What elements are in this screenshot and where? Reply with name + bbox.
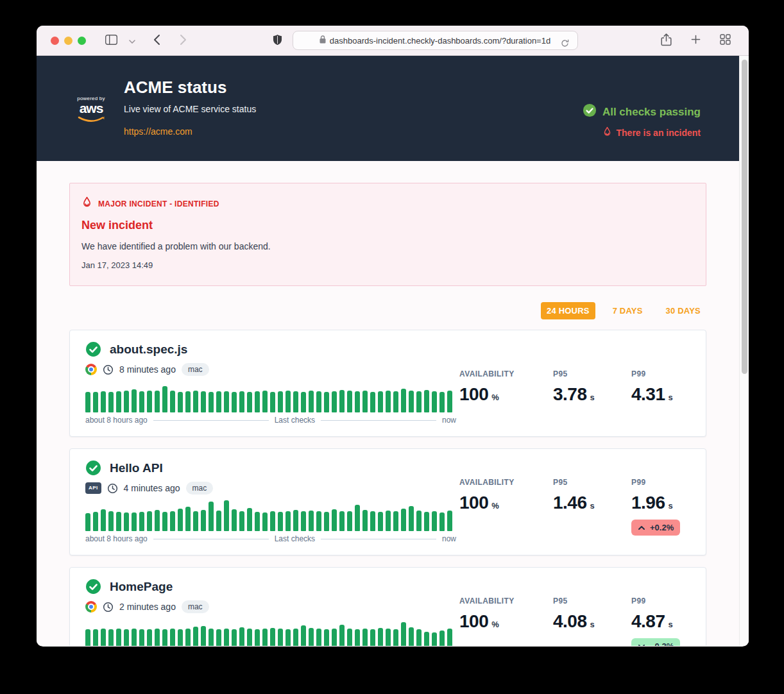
check-card-left: about.spec.js8 minutes agomacabout 8 hou… (85, 341, 456, 425)
check-result-bar (85, 392, 90, 412)
share-button[interactable] (658, 31, 674, 51)
browser-window: dashboards-incident.checkly-dashboards.c… (37, 26, 749, 647)
check-result-bar (255, 512, 260, 531)
check-result-bar (232, 392, 237, 412)
check-passing-icon (85, 579, 101, 595)
stat-p95-value: 1.46 (553, 493, 587, 513)
reload-button[interactable] (558, 37, 572, 52)
check-result-bar (101, 509, 106, 531)
sidebar-menu-button[interactable] (126, 33, 138, 48)
zoom-window-button[interactable] (78, 37, 86, 45)
check-result-bar (293, 510, 298, 531)
check-result-bar (232, 509, 237, 531)
check-result-bar (124, 512, 129, 531)
aws-logo: powered by aws (75, 96, 107, 126)
check-result-bar (439, 392, 445, 412)
stat-p95: P951.46s (553, 478, 612, 543)
tab-overview-button[interactable] (717, 31, 733, 49)
check-result-bar (216, 629, 221, 646)
check-results-bar-chart (85, 500, 456, 531)
stat-p95-unit: s (590, 393, 595, 402)
check-result-bar (355, 505, 360, 531)
check-title-row: Hello API (85, 460, 456, 476)
check-card-left: Hello APIAPI4 minutes agomacabout 8 hour… (85, 460, 456, 543)
check-result-bar (193, 627, 198, 646)
back-button[interactable] (151, 31, 163, 50)
incident-timestamp: Jan 17, 2023 14:49 (81, 260, 694, 270)
check-result-bar (278, 391, 283, 412)
check-result-bar (316, 511, 321, 531)
check-result-bar (309, 511, 314, 531)
forward-button[interactable] (177, 31, 189, 50)
minimize-window-button[interactable] (64, 37, 72, 45)
stat-availability-label: AVAILABILITY (459, 478, 534, 487)
stat-availability-value: 100 (459, 384, 488, 405)
check-result-bar (293, 391, 298, 412)
check-result-bar (416, 511, 422, 531)
aws-brand-label: aws (75, 101, 107, 115)
check-card-left: HomePage2 minutes agomacabout 12 hours a… (85, 579, 456, 646)
grid-icon (720, 34, 731, 47)
check-result-bar (301, 511, 306, 531)
check-result-bar (262, 512, 268, 531)
check-result-bar (378, 512, 383, 531)
stat-availability-label: AVAILABILITY (459, 369, 534, 378)
check-result-bar (316, 629, 321, 646)
check-result-bar (116, 391, 121, 412)
check-result-bar (409, 391, 414, 412)
check-result-bar (416, 629, 422, 646)
axis-line (321, 420, 436, 421)
close-window-button[interactable] (51, 37, 59, 45)
check-result-bar (108, 511, 114, 531)
incident-message: We have identified a problem with our ba… (81, 241, 694, 251)
check-result-bar (270, 628, 275, 646)
check-result-bar (332, 629, 337, 646)
check-result-bar (224, 391, 229, 412)
scrollbar-thumb[interactable] (742, 60, 747, 374)
company-link[interactable]: https://acme.com (124, 126, 192, 137)
range-tab-7-days[interactable]: 7 DAYS (607, 302, 649, 319)
scrollbar-track[interactable] (739, 56, 749, 646)
check-result-bar (355, 391, 360, 412)
range-tab-30-days[interactable]: 30 DAYS (660, 302, 706, 319)
check-result-bar (209, 502, 214, 531)
url-text: dashboards-incident.checkly-dashboards.c… (330, 36, 550, 46)
address-bar[interactable]: dashboards-incident.checkly-dashboards.c… (293, 31, 578, 50)
stat-availability-value-row: 100% (459, 384, 534, 405)
p99-delta-badge: +0.2% (631, 520, 680, 536)
stat-p95-unit: s (590, 620, 595, 629)
clock-icon (103, 602, 114, 613)
stat-p95-label: P95 (553, 369, 612, 378)
check-meta-row: 2 minutes agomac (85, 600, 456, 613)
stat-p99: P991.96s+0.2% (631, 478, 690, 543)
incident-indicator-link[interactable]: There is an incident (602, 126, 701, 139)
check-result-bar (362, 629, 368, 646)
sidebar-toggle-button[interactable] (103, 32, 120, 49)
new-tab-button[interactable] (688, 32, 703, 49)
check-result-bar (170, 391, 175, 412)
check-passing-icon (85, 460, 101, 476)
range-tab-24-hours[interactable]: 24 HOURS (541, 302, 595, 319)
check-result-bar (239, 627, 244, 646)
check-result-bar (216, 391, 221, 412)
time-range-tabs: 24 HOURS7 DAYS30 DAYS (69, 302, 706, 319)
check-result-bar (447, 511, 452, 531)
check-result-bar (162, 512, 167, 531)
check-result-bar (355, 629, 360, 646)
check-card: HomePage2 minutes agomacabout 12 hours a… (69, 567, 706, 646)
status-page-header: powered by aws ACME status Live view of … (37, 56, 739, 161)
check-result-bar (178, 392, 183, 412)
check-title-row: about.spec.js (85, 341, 456, 357)
check-stats: AVAILABILITY100%P954.08sP994.87s−0.2% (459, 597, 690, 646)
check-result-bar (285, 629, 291, 646)
check-result-bar (347, 391, 352, 412)
check-result-bar (339, 390, 345, 412)
check-result-bar (378, 628, 383, 646)
check-result-bar (278, 512, 283, 531)
incident-title: New incident (81, 219, 694, 232)
api-type-badge: API (85, 482, 101, 494)
check-result-bar (270, 511, 275, 531)
shield-icon (273, 34, 282, 47)
check-result-bar (309, 391, 314, 412)
privacy-report-button[interactable] (270, 31, 285, 50)
